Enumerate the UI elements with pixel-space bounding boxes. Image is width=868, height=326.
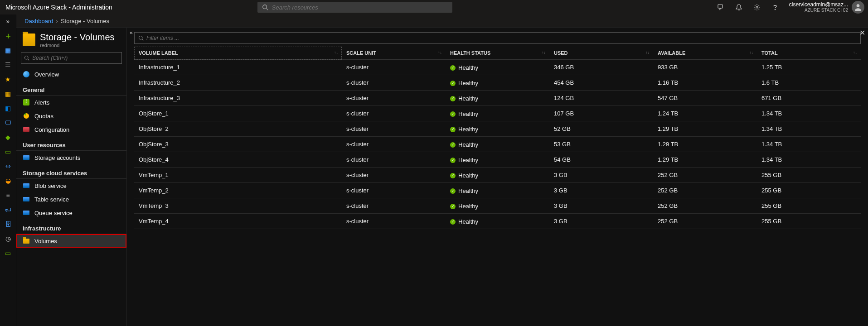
cell-available: 252 GB	[653, 198, 757, 214]
panel-search-input[interactable]	[29, 55, 119, 61]
create-resource-icon[interactable]: ＋	[3, 31, 13, 41]
favorites-icon[interactable]: ★	[3, 74, 13, 84]
sort-icon: ↑↓	[853, 50, 857, 55]
nav-quotas[interactable]: Quotas	[16, 109, 126, 123]
list2-icon[interactable]: ≡	[3, 190, 13, 200]
feedback-icon[interactable]	[717, 3, 725, 11]
cell-used: 124 GB	[549, 91, 653, 106]
notifications-icon[interactable]	[735, 3, 743, 11]
col-used[interactable]: USED↑↓	[549, 47, 653, 60]
help-icon[interactable]	[771, 3, 779, 11]
cell-scale: s-cluster	[342, 121, 446, 137]
nav-label: Volumes	[34, 238, 57, 244]
healthy-icon	[450, 127, 456, 132]
col-available[interactable]: AVAILABLE↑↓	[653, 47, 757, 60]
chevron-right-icon: ›	[53, 18, 61, 24]
alert-icon	[23, 99, 30, 106]
grid-filter-input[interactable]	[144, 35, 857, 41]
close-blade-button[interactable]: ✕	[859, 29, 865, 37]
cell-total: 1.25 TB	[757, 60, 861, 75]
nav-blob-service[interactable]: Blob service	[16, 179, 126, 192]
cell-health: Healthy	[446, 152, 549, 168]
panel-search[interactable]	[21, 52, 122, 64]
tags-icon[interactable]: 🏷	[3, 205, 13, 215]
svg-point-7	[25, 56, 29, 60]
breadcrumb-root[interactable]: Dashboard	[24, 18, 53, 24]
left-rail: » ＋ ▦ ☰ ★ ▦ ◧ 🖵 ◆ ▭ ⇔ ◒ ≡ 🏷 🗄 ◷ ▭	[0, 14, 16, 326]
nav-overview[interactable]: Overview	[16, 67, 126, 81]
col-scale-unit[interactable]: SCALE UNIT↑↓	[342, 47, 446, 60]
col-health[interactable]: HEALTH STATUS↑↓	[446, 47, 549, 60]
table-row[interactable]: VmTemp_2s-clusterHealthy3 GB252 GB255 GB	[134, 183, 861, 198]
cell-available: 1.29 TB	[653, 152, 757, 168]
resource-groups-icon[interactable]: ◧	[3, 103, 13, 113]
globe-icon	[23, 71, 30, 78]
storage-rail-icon[interactable]: ▭	[3, 147, 13, 157]
table-row[interactable]: VmTemp_3s-clusterHealthy3 GB252 GB255 GB	[134, 198, 861, 214]
nav-configuration[interactable]: Configuration	[16, 123, 126, 136]
svg-line-8	[28, 59, 29, 60]
grid-filter[interactable]	[134, 32, 861, 44]
table-row[interactable]: Infrastructure_1s-clusterHealthy346 GB93…	[134, 60, 861, 75]
cell-total: 255 GB	[757, 198, 861, 214]
table-row[interactable]: VmTemp_1s-clusterHealthy3 GB252 GB255 GB	[134, 168, 861, 183]
nav-volumes[interactable]: Volumes	[16, 234, 126, 248]
list-icon[interactable]: ☰	[3, 60, 13, 70]
col-volume-label[interactable]: VOLUME LABEL↑↓	[134, 47, 342, 60]
table-row[interactable]: ObjStore_4s-clusterHealthy54 GB1.29 TB1.…	[134, 152, 861, 168]
volumes-table: VOLUME LABEL↑↓ SCALE UNIT↑↓ HEALTH STATU…	[134, 47, 861, 229]
cell-available: 252 GB	[653, 168, 757, 183]
svg-line-10	[142, 39, 143, 40]
cell-label: Infrastructure_3	[134, 91, 342, 106]
table-row[interactable]: ObjStore_2s-clusterHealthy52 GB1.29 TB1.…	[134, 121, 861, 137]
cell-label: VmTemp_4	[134, 214, 342, 229]
table-row[interactable]: Infrastructure_3s-clusterHealthy124 GB54…	[134, 91, 861, 106]
cell-label: VmTemp_3	[134, 198, 342, 214]
blade-subtitle: redmond	[40, 43, 115, 48]
section-general: General	[16, 81, 126, 96]
settings-icon[interactable]	[753, 3, 761, 11]
cell-used: 54 GB	[549, 152, 653, 168]
cell-total: 671 GB	[757, 91, 861, 106]
table-row[interactable]: ObjStore_1s-clusterHealthy107 GB1.24 TB1…	[134, 106, 861, 121]
collapse-panel-button[interactable]: «	[130, 29, 133, 36]
table-row[interactable]: VmTemp_4s-clusterHealthy3 GB252 GB255 GB	[134, 214, 861, 229]
global-search-input[interactable]	[269, 4, 449, 11]
blade-title: Storage - Volumes	[40, 32, 115, 43]
cell-used: 52 GB	[549, 121, 653, 137]
healthy-icon	[450, 65, 456, 71]
col-total[interactable]: TOTAL↑↓	[757, 47, 861, 60]
cell-label: ObjStore_1	[134, 106, 342, 121]
account-menu[interactable]: ciserviceadmin@msaz... AZURE STACK CI 02	[789, 1, 864, 14]
svg-point-5	[775, 9, 775, 10]
cell-available: 1.16 TB	[653, 75, 757, 91]
global-search[interactable]	[257, 2, 452, 13]
nav-alerts[interactable]: Alerts	[16, 96, 126, 109]
cell-total: 255 GB	[757, 214, 861, 229]
expand-rail-icon[interactable]: »	[3, 16, 13, 26]
table-row[interactable]: Infrastructure_2s-clusterHealthy454 GB1.…	[134, 75, 861, 91]
nav-queue-service[interactable]: Queue service	[16, 206, 126, 220]
nav-storage-accounts[interactable]: Storage accounts	[16, 151, 126, 164]
cell-scale: s-cluster	[342, 75, 446, 91]
sql-icon[interactable]: 🗄	[3, 219, 13, 229]
nav-table-service[interactable]: Table service	[16, 192, 126, 206]
monitor-icon[interactable]: 🖵	[3, 118, 13, 128]
table-row[interactable]: ObjStore_3s-clusterHealthy53 GB1.29 TB1.…	[134, 137, 861, 152]
nav-label: Table service	[34, 196, 69, 203]
cell-used: 107 GB	[549, 106, 653, 121]
healthy-icon	[450, 173, 456, 178]
healthy-icon	[450, 81, 456, 86]
storage2-icon[interactable]: ▭	[3, 248, 13, 258]
region-icon[interactable]: ◒	[3, 176, 13, 186]
cell-label: ObjStore_3	[134, 137, 342, 152]
marketplace-icon[interactable]: ◆	[3, 132, 13, 142]
dashboard-icon[interactable]: ▦	[3, 45, 13, 55]
cell-scale: s-cluster	[342, 91, 446, 106]
all-services-icon[interactable]: ▦	[3, 89, 13, 99]
queue-service-icon	[23, 209, 30, 216]
recent-icon[interactable]: ◷	[3, 234, 13, 244]
volumes-grid: VOLUME LABEL↑↓ SCALE UNIT↑↓ HEALTH STATU…	[127, 28, 868, 326]
network-icon[interactable]: ⇔	[3, 161, 13, 171]
cell-label: ObjStore_2	[134, 121, 342, 137]
